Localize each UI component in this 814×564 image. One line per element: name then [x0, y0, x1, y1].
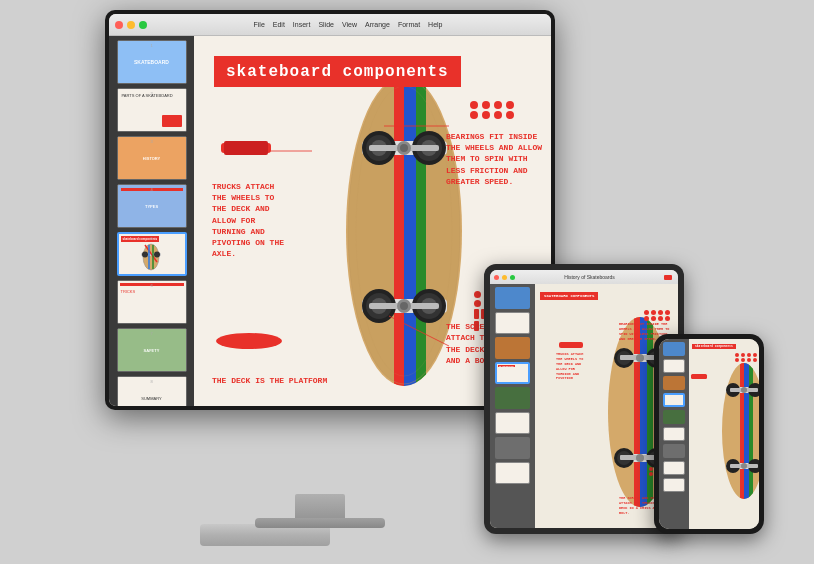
- ipad-close[interactable]: [494, 275, 499, 280]
- iphone-slide-1[interactable]: [663, 342, 685, 356]
- ipad-trucks-label: TRUCKS ATTACH THE WHEELS TO THE DECK AND…: [556, 352, 584, 381]
- iphone-slides-panel: [659, 339, 689, 529]
- iphone-slide-8[interactable]: [663, 461, 685, 475]
- ipad-slide-3[interactable]: [495, 337, 530, 359]
- menu-file[interactable]: File: [254, 21, 265, 28]
- minimize-button[interactable]: [127, 21, 135, 29]
- menu-help[interactable]: Help: [428, 21, 442, 28]
- monitor-stand-base: [255, 518, 385, 528]
- iphone-slide-7[interactable]: [663, 444, 685, 458]
- iphone-truck-icon: [690, 367, 708, 385]
- menu-insert[interactable]: Insert: [293, 21, 311, 28]
- svg-point-76: [741, 463, 747, 469]
- deck-oval-icon: [214, 331, 284, 351]
- maximize-button[interactable]: [139, 21, 147, 29]
- iphone-main-content: skateboard components: [689, 339, 759, 529]
- ipad-slide-6[interactable]: [495, 412, 530, 434]
- slide-title-box: skateboard components: [214, 56, 461, 87]
- iphone-slide-4-active[interactable]: [663, 393, 685, 407]
- svg-rect-77: [691, 374, 707, 379]
- iphone-slide-5[interactable]: [663, 410, 685, 424]
- slide-thumb-3[interactable]: HISTORY 3: [117, 136, 187, 180]
- svg-point-3: [154, 252, 160, 258]
- slide-thumb-4[interactable]: TYPES 4: [117, 184, 187, 228]
- iphone-slide-3[interactable]: [663, 376, 685, 390]
- slide-thumb-1[interactable]: SKATEBOARD 1: [117, 40, 187, 84]
- ipad-slide-title: SKATEBOARD COMPONENTS: [540, 292, 598, 300]
- svg-rect-12: [416, 76, 426, 386]
- menu-slide[interactable]: Slide: [318, 21, 334, 28]
- menu-bar: File Edit Insert Slide View Arrange Form…: [254, 21, 443, 28]
- ipad-slide-2[interactable]: [495, 312, 530, 334]
- svg-rect-64: [740, 363, 744, 499]
- ipad-slide-4-active[interactable]: sk components: [495, 362, 530, 384]
- iphone-bearings-dots: [735, 353, 758, 362]
- ipad-maximize[interactable]: [510, 275, 515, 280]
- slide-thumb-8[interactable]: SUMMARY 8: [117, 376, 187, 406]
- iphone-screen: skateboard components: [659, 339, 759, 529]
- ipad-slides-panel: sk components: [490, 284, 535, 528]
- ipad-bearings-dots: [644, 310, 671, 321]
- menu-arrange[interactable]: Arrange: [365, 21, 390, 28]
- truck-icon: [216, 131, 271, 166]
- svg-point-41: [216, 333, 282, 349]
- ipad-slide-7[interactable]: [495, 437, 530, 459]
- iphone-slide-6[interactable]: [663, 427, 685, 441]
- svg-rect-45: [640, 317, 647, 507]
- slide-thumb-7[interactable]: SAFETY 7: [117, 328, 187, 372]
- svg-rect-46: [647, 317, 653, 507]
- ipad-minimize[interactable]: [502, 275, 507, 280]
- iphone-slide-title: skateboard components: [692, 344, 736, 349]
- iphone-slide-9[interactable]: [663, 478, 685, 492]
- iphone-slide-2[interactable]: [663, 359, 685, 373]
- menu-view[interactable]: View: [342, 21, 357, 28]
- menu-edit[interactable]: Edit: [273, 21, 285, 28]
- slides-panel: SKATEBOARD 1 PARTS OF A SKATEBOARD 2 HIS…: [109, 36, 194, 406]
- slide-title: skateboard components: [226, 63, 449, 81]
- ipad-slide-1[interactable]: [495, 287, 530, 309]
- menu-format[interactable]: Format: [398, 21, 420, 28]
- ipad-screen: History of Skateboards sk components: [490, 270, 678, 528]
- bearings-dots: [470, 101, 516, 119]
- svg-rect-66: [749, 363, 753, 499]
- svg-rect-11: [404, 76, 416, 386]
- svg-rect-36: [224, 141, 268, 155]
- svg-rect-10: [394, 76, 404, 386]
- svg-rect-65: [744, 363, 749, 499]
- iphone-device: skateboard components: [654, 334, 764, 534]
- ipad-slide-5[interactable]: [495, 387, 530, 409]
- ipad-slide-8[interactable]: [495, 462, 530, 484]
- svg-point-53: [636, 354, 644, 362]
- app-toolbar: File Edit Insert Slide View Arrange Form…: [109, 14, 551, 36]
- iphone-content: skateboard components: [659, 339, 759, 529]
- svg-point-71: [741, 387, 747, 393]
- svg-point-2: [142, 252, 148, 258]
- slide-thumb-2[interactable]: PARTS OF A SKATEBOARD 2: [117, 88, 187, 132]
- deck-label: THE DECK IS THE PLATFORM: [212, 375, 327, 386]
- trucks-label: TRUCKS ATTACH THE WHEELS TO THE DECK AND…: [212, 181, 292, 259]
- svg-rect-44: [634, 317, 640, 507]
- svg-point-24: [400, 144, 408, 152]
- svg-point-60: [636, 454, 644, 462]
- ipad-content: sk components SKATEBOARD COMPONENTS: [490, 284, 678, 528]
- ipad-toolbar: History of Skateboards: [490, 270, 678, 284]
- close-button[interactable]: [115, 21, 123, 29]
- slide-thumb-6[interactable]: TRICKS 6: [117, 280, 187, 324]
- svg-rect-61: [559, 342, 583, 348]
- ipad-title-bar: History of Skateboards: [518, 274, 661, 280]
- slide-thumb-5[interactable]: skateboard components 5: [117, 232, 187, 276]
- ipad-play-button[interactable]: [664, 275, 672, 280]
- bearings-label: BEARINGS FIT INSIDE THE WHEELS AND ALLOW…: [446, 131, 546, 187]
- svg-point-34: [400, 302, 408, 310]
